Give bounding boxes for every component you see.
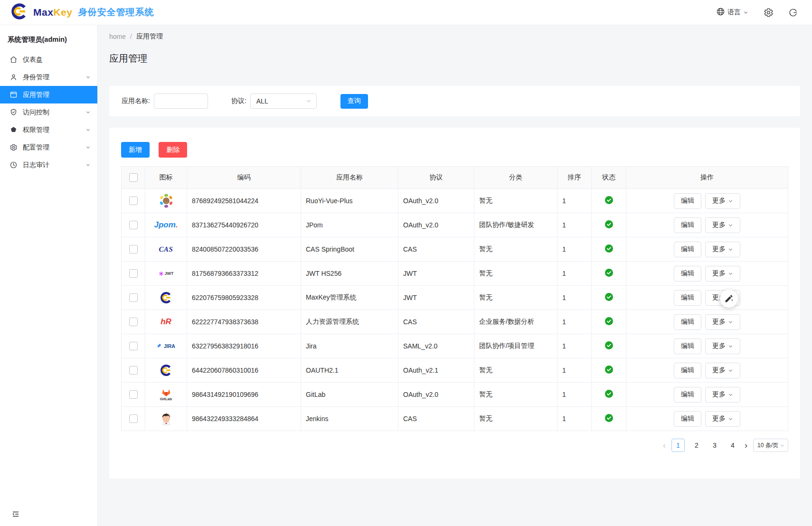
app-name: CAS SpringBoot xyxy=(301,237,398,261)
edit-button[interactable]: 编辑 xyxy=(674,387,701,403)
app-category: 暂无 xyxy=(474,262,557,285)
table-row-jwt-hs256: JWT 817568793663373312 JWT HS256 JWT 暂无 … xyxy=(122,262,788,286)
sidebar-item-audit[interactable]: 日志审计 xyxy=(0,156,97,174)
app-category: 团队协作/项目管理 xyxy=(474,334,557,358)
app-code: 986431492190109696 xyxy=(187,383,301,406)
status-enabled-icon xyxy=(605,317,613,327)
sidebar-item-dashboard[interactable]: 仪表盘 xyxy=(0,51,97,68)
app-protocol: JWT xyxy=(398,262,474,285)
logout-icon[interactable] xyxy=(789,8,798,17)
edit-button[interactable]: 编辑 xyxy=(674,314,701,330)
sidebar-collapse-icon[interactable] xyxy=(11,510,20,518)
search-button[interactable]: 查询 xyxy=(340,94,368,109)
table-row-oauth21: 644220607860310016 OAUTH2.1 OAuth_v2.1 暂… xyxy=(122,358,788,383)
status-enabled-icon xyxy=(605,196,613,206)
col-header-actions: 操作 xyxy=(626,167,788,188)
page-button-1[interactable]: 1 xyxy=(671,439,685,452)
chevron-down-icon xyxy=(743,10,748,15)
row-checkbox[interactable] xyxy=(129,293,138,302)
edit-button[interactable]: 编辑 xyxy=(674,266,701,282)
breadcrumb-home-link[interactable]: home xyxy=(109,33,126,40)
chevron-down-icon xyxy=(728,368,733,373)
more-button[interactable]: 更多 xyxy=(705,266,740,282)
row-checkbox[interactable] xyxy=(129,390,138,399)
delete-button[interactable]: 删除 xyxy=(159,142,187,158)
chevron-down-icon xyxy=(728,223,733,228)
page-button-4[interactable]: 4 xyxy=(727,439,739,451)
edit-button[interactable]: 编辑 xyxy=(674,338,701,354)
chevron-down-icon xyxy=(780,443,785,448)
prev-page-button[interactable]: ‹ xyxy=(663,441,666,450)
app-protocol: OAuth_v2.1 xyxy=(398,358,474,382)
app-protocol: JWT xyxy=(398,286,474,310)
app-name: JWT HS256 xyxy=(301,262,398,285)
more-button[interactable]: 更多 xyxy=(705,314,740,330)
table-row-cas-springboot: CAS 824008507220033536 CAS SpringBoot CA… xyxy=(122,237,788,262)
sidebar-item-permission[interactable]: 权限管理 xyxy=(0,121,97,139)
sidebar-menu: 仪表盘 身份管理 应用管理 xyxy=(0,51,97,174)
sidebar-item-config[interactable]: 配置管理 xyxy=(0,139,97,156)
protocol-select[interactable]: ALL xyxy=(250,94,317,109)
maxkey-icon xyxy=(159,291,173,305)
row-checkbox[interactable] xyxy=(129,414,138,423)
chevron-down-icon xyxy=(85,127,91,132)
more-button[interactable]: 更多 xyxy=(705,363,740,378)
apps-table: 图标 编码 应用名称 协议 分类 排序 状态 操作 87689249258104… xyxy=(121,166,788,431)
app-code: 644220607860310016 xyxy=(187,358,301,382)
floating-pen-tool-button[interactable] xyxy=(720,290,738,308)
protocol-select-value: ALL xyxy=(256,97,268,105)
edit-button[interactable]: 编辑 xyxy=(674,242,701,257)
row-checkbox[interactable] xyxy=(129,318,138,326)
sidebar-item-apps[interactable]: 应用管理 xyxy=(0,86,97,103)
app-category: 暂无 xyxy=(474,358,557,382)
row-checkbox[interactable] xyxy=(129,245,138,254)
more-button[interactable]: 更多 xyxy=(705,411,740,427)
app-code: 824008507220033536 xyxy=(187,237,301,261)
chevron-down-icon xyxy=(85,145,91,150)
app-category: 企业服务/数据分析 xyxy=(474,310,557,334)
table-row-gitlab: GitLab 986431492190109696 GitLab OAuth_v… xyxy=(122,383,788,407)
app-protocol: SAML_v2.0 xyxy=(398,334,474,358)
edit-button[interactable]: 编辑 xyxy=(674,193,701,209)
row-checkbox[interactable] xyxy=(129,197,138,205)
jwt-icon: JWT xyxy=(159,271,174,276)
app-name-filter-input[interactable] xyxy=(154,94,208,109)
row-checkbox[interactable] xyxy=(129,366,138,375)
more-button[interactable]: 更多 xyxy=(705,338,740,354)
app-sort: 1 xyxy=(557,310,592,334)
more-button[interactable]: 更多 xyxy=(705,387,740,403)
more-button[interactable]: 更多 xyxy=(705,217,740,233)
page-button-2[interactable]: 2 xyxy=(690,439,703,451)
add-button[interactable]: 新增 xyxy=(121,142,150,158)
col-header-icon: 图标 xyxy=(145,167,187,188)
sidebar: 系统管理员(admin) 仪表盘 身份管理 应用管理 xyxy=(0,25,98,526)
sidebar-item-identity[interactable]: 身份管理 xyxy=(0,68,97,86)
app-code: 876892492581044224 xyxy=(187,189,301,213)
globe-icon xyxy=(716,7,725,18)
app-category: 暂无 xyxy=(474,237,557,261)
select-all-checkbox[interactable] xyxy=(129,173,138,182)
row-checkbox[interactable] xyxy=(129,221,138,229)
col-header-sort: 排序 xyxy=(557,167,592,188)
sidebar-item-access[interactable]: 访问控制 xyxy=(0,103,97,121)
edit-button[interactable]: 编辑 xyxy=(674,217,701,233)
row-checkbox[interactable] xyxy=(129,342,138,350)
app-category: 暂无 xyxy=(474,189,557,213)
edit-button[interactable]: 编辑 xyxy=(674,290,701,306)
row-checkbox[interactable] xyxy=(129,269,138,278)
jenkins-icon xyxy=(161,413,172,425)
app-name: 人力资源管理系统 xyxy=(301,310,398,334)
more-button[interactable]: 更多 xyxy=(705,193,740,209)
settings-gear-icon[interactable] xyxy=(764,8,774,18)
edit-button[interactable]: 编辑 xyxy=(674,411,701,427)
language-switcher[interactable]: 语言 xyxy=(716,7,748,18)
table-header-row: 图标 编码 应用名称 协议 分类 排序 状态 操作 xyxy=(122,167,788,189)
page-title: 应用管理 xyxy=(109,52,800,65)
next-page-button[interactable]: › xyxy=(745,441,747,450)
page-size-select[interactable]: 10 条/页 xyxy=(753,439,788,452)
brand-subtitle: 身份安全管理系统 xyxy=(78,6,154,19)
app-code: 622076759805923328 xyxy=(187,286,301,310)
page-button-3[interactable]: 3 xyxy=(708,439,721,451)
more-button[interactable]: 更多 xyxy=(705,242,740,257)
edit-button[interactable]: 编辑 xyxy=(674,363,701,378)
